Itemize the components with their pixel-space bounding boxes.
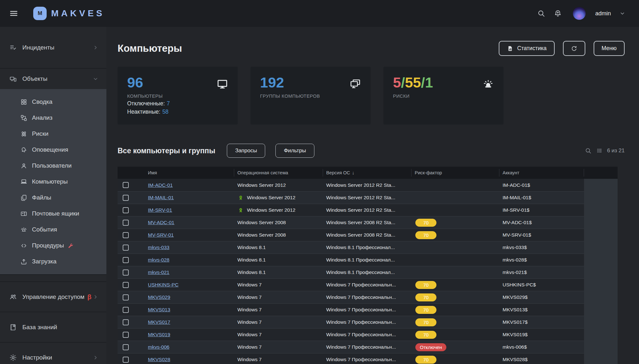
search-icon[interactable] <box>537 9 545 18</box>
menu-button[interactable]: Меню <box>594 41 625 56</box>
row-checkbox[interactable] <box>123 245 129 251</box>
row-checkbox[interactable] <box>123 294 129 300</box>
risk-badge: 70 <box>415 281 436 289</box>
computer-link[interactable]: MKVS028 <box>148 357 170 362</box>
computer-link[interactable]: MV-ADC-01 <box>148 220 174 225</box>
version-cell: Windows 8.1 Профессионал... <box>323 241 412 254</box>
sidebar-item-settings[interactable]: Настройки <box>0 342 106 364</box>
sidebar-subitem[interactable]: Пользователи <box>0 158 106 174</box>
row-checkbox[interactable] <box>123 182 129 188</box>
version-cell: Windows Server 2008 R2 Sta... <box>323 216 412 229</box>
computer-link[interactable]: mkvs-028 <box>148 257 169 263</box>
os-cell: Windows 8.1 <box>237 257 266 263</box>
sidebar-subitem-label: Файлы <box>32 194 51 201</box>
risk-badge: Отключен <box>415 343 446 351</box>
computer-link[interactable]: mkvs-033 <box>148 245 169 250</box>
sidebar-subitem[interactable]: Файлы <box>0 190 106 206</box>
sidebar-subitem[interactable]: Процедуры <box>0 238 106 254</box>
header-filler-cell <box>584 169 618 177</box>
hamburger-menu-icon[interactable] <box>9 9 19 18</box>
award-ribbon-icon <box>237 207 244 214</box>
version-cell: Windows 7 Профессиональн... <box>323 316 412 328</box>
account-cell: mkvs-006$ <box>499 341 584 353</box>
row-filler-cell <box>584 241 618 254</box>
computer-link[interactable]: IM-MAIL-01 <box>148 195 174 201</box>
column-header-account[interactable]: Аккаунт <box>499 169 584 177</box>
risk-badge: 70 <box>415 306 436 314</box>
version-cell: Windows Server 2012 R2 Sta... <box>323 179 412 191</box>
row-checkbox[interactable] <box>123 307 129 313</box>
sidebar-subitem[interactable]: События <box>0 222 106 238</box>
sidebar-subitem[interactable]: Сводка <box>0 94 106 110</box>
list-check-icon <box>9 44 17 51</box>
os-cell: Windows 7 <box>237 294 262 300</box>
sidebar-subitem[interactable]: Загрузка <box>0 254 106 269</box>
computer-link[interactable]: MV-SRV-01 <box>148 232 174 238</box>
computer-link[interactable]: MKVS029 <box>148 294 170 300</box>
chevron-down-icon[interactable] <box>619 10 626 17</box>
risk-badge: 70 <box>415 293 436 301</box>
chevron-down-icon <box>92 76 99 82</box>
row-checkbox[interactable] <box>123 269 129 276</box>
queries-button[interactable]: Запросы <box>227 144 266 158</box>
row-checkbox[interactable] <box>123 195 129 201</box>
computer-link[interactable]: USHKINS-PC <box>148 282 179 288</box>
computer-link[interactable]: MKVS017 <box>148 319 170 325</box>
row-checkbox[interactable] <box>123 357 129 363</box>
notifications-bell-icon[interactable] <box>554 9 562 18</box>
statistics-button[interactable]: Статистика <box>499 41 555 56</box>
row-filler-cell <box>584 254 618 266</box>
computer-link[interactable]: IM-SRV-01 <box>148 207 172 213</box>
os-cell: Windows Server 2012 <box>237 182 286 188</box>
computer-link[interactable]: MKVS013 <box>148 307 170 313</box>
sidebar-subitem[interactable]: Почтовые ящики <box>0 206 106 222</box>
refresh-button[interactable] <box>563 41 585 56</box>
version-cell: Windows 7 Профессиональн... <box>323 278 412 291</box>
column-header-name[interactable]: Имя <box>145 169 234 177</box>
row-checkbox[interactable] <box>123 332 129 338</box>
row-checkbox[interactable] <box>123 344 129 350</box>
sidebar-subitem-label: Пользователи <box>32 162 72 169</box>
column-header-risk[interactable]: Риск-фактор <box>412 169 499 177</box>
sidebar-subitem[interactable]: Компьютеры <box>0 174 106 190</box>
column-header-os[interactable]: Операционная система <box>234 169 323 177</box>
sidebar-item-objects[interactable]: Объекты <box>0 68 106 89</box>
computer-link[interactable]: IM-ADC-01 <box>148 182 173 188</box>
sidebar-item-access-management[interactable]: Управление доступом β <box>0 281 106 312</box>
computer-link[interactable]: mkvs-021 <box>148 269 169 275</box>
sidebar-subitem-label: Сводка <box>32 98 52 105</box>
row-checkbox[interactable] <box>123 232 129 238</box>
row-checkbox[interactable] <box>123 257 129 263</box>
row-checkbox[interactable] <box>123 282 129 288</box>
row-checkbox[interactable] <box>123 220 129 226</box>
sidebar-subitem-label: Риски <box>32 130 49 137</box>
sidebar-item-knowledge-base[interactable]: База знаний <box>0 312 106 342</box>
username[interactable]: admin <box>595 10 611 17</box>
avatar[interactable] <box>573 7 586 20</box>
row-filler-cell <box>584 266 618 278</box>
rows-icon[interactable] <box>596 147 603 154</box>
computers-table: Имя Операционная система Версия ОС ↓ Рис… <box>118 167 618 364</box>
account-cell: MV-ADC-01$ <box>499 216 584 229</box>
column-header-version[interactable]: Версия ОС ↓ <box>323 169 412 177</box>
award-ribbon-icon <box>237 194 244 201</box>
computer-link[interactable]: mkvs-006 <box>148 344 169 350</box>
sidebar-subitem[interactable]: Риски <box>0 126 106 142</box>
filters-button[interactable]: Фильтры <box>275 144 314 158</box>
version-cell: Windows 7 Профессиональн... <box>323 341 412 353</box>
row-checkbox[interactable] <box>123 207 129 213</box>
row-filler-cell <box>584 316 618 328</box>
book-icon <box>9 323 17 331</box>
account-cell: MKVS017$ <box>499 316 584 328</box>
table-search-icon[interactable] <box>585 147 592 154</box>
table-row: IM-ADC-01 Windows Server 2012 Windows Se… <box>118 179 618 191</box>
row-checkbox[interactable] <box>123 319 129 325</box>
monitor-icon <box>217 78 228 90</box>
logo-icon: M <box>33 7 47 20</box>
disabled-line: Отключенные:7 <box>127 100 228 107</box>
computer-link[interactable]: MKVS019 <box>148 332 170 337</box>
sidebar-subitem[interactable]: Анализ <box>0 110 106 126</box>
row-filler-cell <box>584 278 618 291</box>
sidebar-subitem[interactable]: Оповещения <box>0 142 106 158</box>
sidebar-item-incidents[interactable]: Инциденты <box>0 27 106 68</box>
